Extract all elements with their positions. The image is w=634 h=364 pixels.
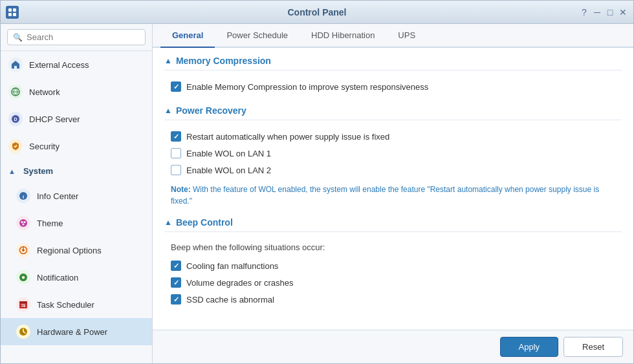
memory-compression-chevron: ▲ (164, 56, 172, 65)
titlebar: Control Panel ? ─ □ ✕ (1, 1, 633, 24)
svg-point-11 (21, 221, 23, 223)
sidebar-label-info: Info Center (37, 191, 78, 201)
cooling-fan-label: Cooling fan malfunctions (186, 261, 278, 271)
sidebar-section-system: ▲ System (1, 160, 152, 182)
svg-rect-1 (13, 8, 16, 12)
memory-compression-title: Memory Compression (176, 56, 271, 66)
svg-point-12 (24, 221, 26, 223)
svg-point-15 (22, 249, 25, 252)
ssd-cache-label: SSD cache is abnormal (186, 295, 274, 305)
security-icon (8, 139, 23, 153)
search-input[interactable] (27, 32, 140, 42)
sidebar-label-notification: Notification (37, 273, 78, 283)
content-panel: General Power Schedule HDD Hibernation U… (153, 24, 633, 363)
sidebar-label-external-access: External Access (29, 60, 89, 70)
window-controls: ? ─ □ ✕ (579, 7, 628, 17)
wol-lan2-label: Enable WOL on LAN 2 (186, 166, 271, 175)
sidebar-label-hardware: Hardware & Power (37, 327, 107, 337)
tab-general[interactable]: General (160, 24, 215, 48)
wol-lan2-checkbox[interactable] (171, 165, 181, 175)
network-icon (8, 85, 23, 99)
volume-degrades-label: Volume degrades or crashes (186, 278, 293, 288)
sidebar: 🔍 External Access Network (1, 24, 153, 363)
svg-rect-20 (19, 301, 27, 303)
regional-icon (16, 243, 30, 257)
memory-compression-title-row: ▲ Memory Compression (164, 56, 622, 70)
window-title: Control Panel (287, 7, 346, 17)
ssd-cache-row: SSD cache is abnormal (164, 291, 622, 308)
svg-point-10 (19, 219, 27, 227)
tab-power-schedule[interactable]: Power Schedule (215, 24, 300, 48)
sidebar-item-external-access[interactable]: External Access (1, 51, 152, 78)
note-content: With the feature of WOL enabled, the sys… (171, 185, 599, 206)
minimize-button[interactable]: ─ (592, 7, 602, 17)
tab-hdd-hibernation[interactable]: HDD Hibernation (300, 24, 386, 48)
hardware-icon (16, 325, 30, 339)
wol-lan2-row: Enable WOL on LAN 2 (164, 162, 622, 178)
svg-point-13 (23, 224, 25, 226)
reset-button[interactable]: Reset (563, 337, 623, 357)
sidebar-item-dhcp-server[interactable]: D DHCP Server (1, 105, 152, 133)
sidebar-item-notification[interactable]: ● Notification (1, 264, 152, 291)
power-recovery-title: Power Recovery (176, 105, 246, 116)
power-recovery-note: Note: With the feature of WOL enabled, t… (171, 184, 615, 207)
close-button[interactable]: ✕ (618, 7, 628, 17)
wol-lan1-row: Enable WOL on LAN 1 (164, 145, 622, 162)
svg-text:i: i (23, 194, 24, 200)
power-recovery-title-row: ▲ Power Recovery (164, 105, 622, 120)
search-box: 🔍 (7, 29, 146, 45)
sidebar-item-hardware-power[interactable]: Hardware & Power (1, 318, 152, 345)
external-access-icon (8, 58, 23, 72)
wol-lan1-checkbox[interactable] (171, 148, 181, 158)
svg-rect-2 (8, 13, 12, 16)
tab-bar: General Power Schedule HDD Hibernation U… (153, 24, 633, 48)
main-content: 🔍 External Access Network (1, 24, 633, 363)
restart-power-checkbox[interactable] (171, 131, 181, 142)
ssd-cache-checkbox[interactable] (171, 294, 181, 305)
footer: Apply Reset (153, 330, 633, 363)
cooling-fan-checkbox[interactable] (171, 261, 181, 271)
sidebar-item-regional[interactable]: Regional Options (1, 237, 152, 264)
volume-degrades-row: Volume degrades or crashes (164, 274, 622, 291)
wol-lan1-label: Enable WOL on LAN 1 (186, 149, 271, 158)
info-icon: i (16, 189, 30, 203)
restart-power-label: Restart automatically when power supply … (186, 132, 389, 142)
sidebar-label-dhcp: DHCP Server (29, 114, 80, 124)
apply-button[interactable]: Apply (500, 337, 559, 357)
power-recovery-section: ▲ Power Recovery Restart automatically w… (164, 105, 622, 207)
sidebar-label-task-scheduler: Task Scheduler (37, 300, 94, 310)
tab-ups[interactable]: UPS (386, 24, 427, 48)
sidebar-label-regional: Regional Options (37, 246, 102, 255)
search-container: 🔍 (1, 24, 152, 51)
beep-control-section: ▲ Beep Control Beep when the following s… (164, 217, 622, 308)
sidebar-item-task-scheduler[interactable]: Task Scheduler (1, 291, 152, 318)
content-body: ▲ Memory Compression Enable Memory Compr… (153, 48, 633, 330)
cooling-fan-row: Cooling fan malfunctions (164, 257, 622, 274)
maximize-button[interactable]: □ (605, 7, 615, 17)
beep-control-chevron: ▲ (164, 218, 172, 227)
sidebar-item-network[interactable]: Network (1, 78, 152, 105)
sidebar-item-theme[interactable]: Theme (1, 209, 152, 237)
restart-power-row: Restart automatically when power supply … (164, 128, 622, 145)
beep-description: Beep when the following situations occur… (164, 240, 622, 257)
sidebar-item-info-center[interactable]: i Info Center (1, 182, 152, 209)
sidebar-item-security[interactable]: Security (1, 133, 152, 160)
notification-icon: ● (16, 270, 30, 284)
enable-mc-label: Enable Memory Compression to improve sys… (186, 82, 428, 92)
svg-rect-3 (13, 13, 16, 16)
svg-rect-0 (8, 8, 12, 12)
power-recovery-chevron: ▲ (164, 106, 172, 115)
sidebar-label-theme: Theme (37, 219, 63, 228)
volume-degrades-checkbox[interactable] (171, 277, 181, 288)
main-window: Control Panel ? ─ □ ✕ 🔍 External Access (0, 0, 634, 364)
taskscheduler-icon (16, 297, 30, 312)
beep-control-title: Beep Control (176, 217, 233, 228)
beep-control-title-row: ▲ Beep Control (164, 217, 622, 232)
enable-mc-checkbox[interactable] (171, 81, 181, 92)
sidebar-label-security: Security (29, 142, 60, 151)
svg-text:●: ● (21, 273, 25, 281)
theme-icon (16, 216, 30, 230)
svg-text:D: D (14, 117, 17, 122)
titlebar-left (6, 6, 19, 19)
help-button[interactable]: ? (579, 7, 589, 17)
